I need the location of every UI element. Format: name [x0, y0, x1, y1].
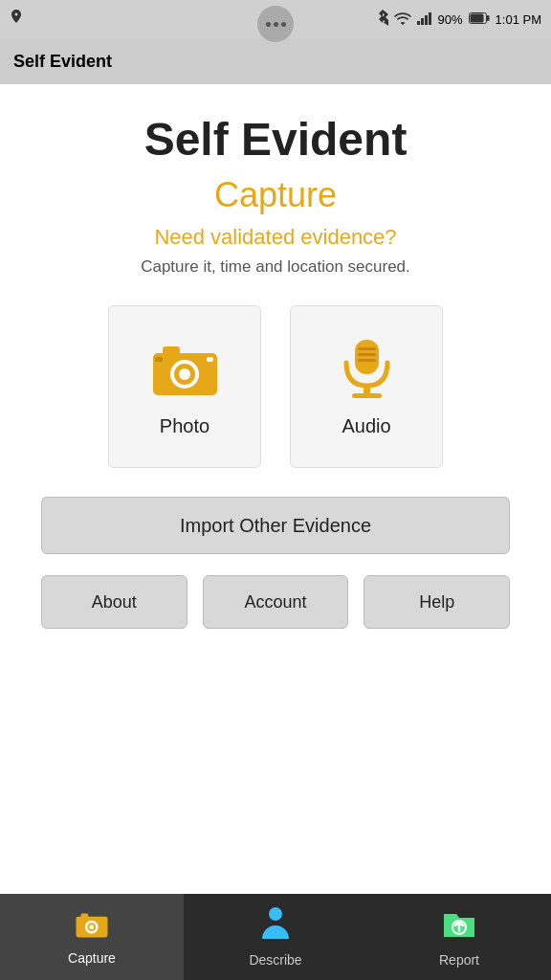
main-content: Self Evident Capture Need validated evid…: [0, 84, 551, 894]
app-title: Self Evident: [144, 113, 408, 166]
signal-icon: [417, 11, 432, 28]
nav-report-label: Report: [439, 952, 479, 968]
svg-rect-12: [207, 357, 213, 362]
capture-title: Capture: [214, 175, 337, 215]
nav-capture-icon: [74, 908, 110, 947]
status-bar: 90% 1:01 PM: [0, 0, 551, 38]
import-button-label: Import Other Evidence: [180, 515, 371, 537]
location-icon: [10, 10, 23, 30]
menu-dots-button[interactable]: [257, 6, 294, 42]
status-bar-left: [10, 10, 23, 30]
svg-rect-14: [355, 340, 379, 374]
svg-point-23: [89, 924, 94, 929]
help-button[interactable]: Help: [364, 575, 510, 629]
svg-rect-5: [487, 15, 490, 21]
battery-percentage: 90%: [438, 12, 463, 27]
nav-report[interactable]: Report: [367, 894, 551, 980]
account-label: Account: [244, 592, 306, 612]
svg-rect-11: [163, 346, 180, 355]
status-bar-right: 90% 1:01 PM: [377, 10, 541, 30]
bluetooth-icon: [377, 10, 388, 30]
nav-describe[interactable]: Describe: [184, 894, 367, 980]
svg-rect-15: [358, 347, 376, 350]
svg-rect-6: [470, 13, 483, 22]
svg-rect-0: [417, 21, 420, 25]
nav-capture-label: Capture: [68, 950, 116, 966]
svg-rect-1: [421, 18, 424, 25]
battery-icon: [469, 12, 490, 27]
nav-describe-label: Describe: [249, 952, 301, 968]
title-bar: Self Evident: [0, 38, 551, 84]
nav-capture[interactable]: Capture: [0, 894, 184, 980]
svg-rect-19: [352, 393, 382, 398]
about-button[interactable]: About: [41, 575, 187, 629]
svg-rect-24: [80, 913, 88, 917]
account-button[interactable]: Account: [203, 575, 349, 629]
svg-rect-16: [358, 353, 376, 356]
svg-point-25: [269, 907, 282, 921]
tagline: Need validated evidence?: [154, 225, 396, 250]
microphone-icon: [331, 336, 403, 402]
svg-point-10: [179, 368, 190, 380]
svg-rect-17: [358, 359, 376, 362]
wifi-icon: [394, 11, 411, 28]
capture-buttons-row: Photo Audio: [108, 305, 443, 468]
import-button[interactable]: Import Other Evidence: [41, 497, 510, 554]
svg-rect-3: [429, 12, 431, 25]
bottom-nav: Capture Describe Report: [0, 894, 551, 980]
title-bar-text: Self Evident: [13, 52, 112, 72]
svg-rect-2: [425, 15, 428, 25]
audio-button[interactable]: Audio: [290, 305, 443, 468]
audio-label: Audio: [342, 415, 390, 437]
time: 1:01 PM: [496, 12, 541, 27]
subtitle: Capture it, time and location secured.: [141, 257, 410, 277]
svg-rect-13: [155, 357, 163, 362]
camera-icon: [149, 336, 221, 402]
photo-label: Photo: [160, 415, 209, 437]
bottom-buttons-row: About Account Help: [41, 575, 510, 629]
help-label: Help: [419, 592, 454, 612]
nav-describe-icon: [260, 906, 291, 948]
photo-button[interactable]: Photo: [108, 305, 261, 468]
about-label: About: [92, 592, 137, 612]
nav-report-icon: [442, 906, 476, 948]
